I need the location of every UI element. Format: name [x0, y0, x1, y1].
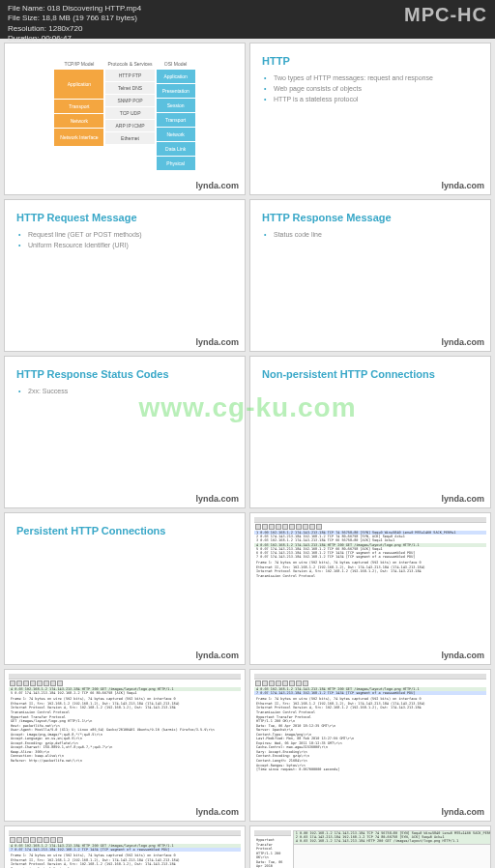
lynda-logo: lynda.com [441, 651, 484, 660]
toolbar-icon[interactable] [16, 680, 22, 686]
toolbar-icon[interactable] [23, 837, 29, 843]
slide-title: HTTP [262, 55, 479, 67]
slide-status-codes[interactable]: HTTP Response Status Codes 2xx: Success … [4, 356, 246, 508]
toolbar-icon[interactable] [262, 680, 268, 686]
toolbar-icon[interactable] [296, 524, 302, 530]
toolbar-icon[interactable] [316, 524, 322, 530]
watermark: www.cg-ku.com [138, 392, 356, 423]
lynda-logo: lynda.com [195, 337, 239, 347]
slide-wireshark-4[interactable]: 4 0.03 192.168.1.2 174.143.213.184 HTTP … [4, 825, 246, 868]
toolbar-icon[interactable] [16, 837, 22, 843]
model-diagram: TCP/IP Model Application Transport Netwo… [16, 59, 233, 170]
toolbar-icon[interactable] [309, 524, 315, 530]
toolbar-icon[interactable] [44, 837, 49, 843]
toolbar-icon[interactable] [30, 837, 36, 843]
slide-wireshark-2[interactable]: 4 0.03 192.168.1.2 174.143.213.184 HTTP … [4, 669, 246, 822]
packet-detail[interactable]: Frame 1: 74 bytes on wire (592 bits), 74… [9, 695, 241, 765]
slide-title: Non-persistent HTTP Connections [262, 368, 479, 380]
toolbar-icon[interactable] [303, 680, 308, 686]
toolbar-icon[interactable] [23, 680, 29, 686]
filename-value: 018 Discovering HTTP.mp4 [47, 4, 141, 13]
toolbar-icon[interactable] [276, 524, 281, 530]
duration-value: 00:06:47 [42, 34, 72, 43]
slide-title: Persistent HTTP Connections [16, 525, 233, 536]
toolbar-icon[interactable] [296, 680, 302, 686]
resolution-value: 1280x720 [48, 24, 82, 33]
lynda-logo: lynda.com [195, 494, 239, 504]
packet-detail[interactable]: Frame 1: 74 bytes on wire (592 bits), 74… [9, 852, 241, 868]
toolbar-icon[interactable] [269, 524, 275, 530]
packet-list[interactable]: 4 0.03 192.168.1.2 174.143.213.184 HTTP … [9, 844, 241, 852]
toolbar-icon[interactable] [37, 680, 43, 686]
packet-detail[interactable]: Hypertext Transfer Protocol HTTP/1.1 200… [254, 836, 291, 868]
wireshark-toolbar [9, 680, 241, 687]
app-title: MPC-HC [404, 4, 487, 26]
slide-persistent[interactable]: Persistent HTTP Connections lynda.com [4, 512, 246, 665]
toolbar-icon[interactable] [57, 680, 63, 686]
packet-list[interactable]: 1 0.00 192.168.1.2 174.143.213.184 TCP 7… [254, 531, 486, 559]
toolbar-icon[interactable] [255, 680, 261, 686]
slide-response[interactable]: HTTP Response Message Status code line l… [249, 199, 491, 352]
slide-request[interactable]: HTTP Request Message Request line (GET o… [4, 199, 246, 352]
lynda-logo: lynda.com [441, 337, 484, 347]
file-info: File Name: 018 Discovering HTTP.mp4 File… [8, 4, 141, 44]
lynda-logo: lynda.com [441, 494, 484, 504]
lynda-logo: lynda.com [441, 807, 484, 817]
filesize-value: 18,8 MB (19 766 817 bytes) [42, 14, 137, 22]
hex-view[interactable] [294, 844, 491, 868]
packet-detail[interactable]: Frame 1: 74 bytes on wire (592 bits), 74… [254, 559, 486, 580]
packet-list[interactable]: 4 0.03 192.168.1.2 174.143.213.184 HTTP … [9, 687, 241, 695]
toolbar-icon[interactable] [282, 524, 288, 530]
packet-detail[interactable]: Frame 1: 74 bytes on wire (592 bits), 74… [254, 695, 486, 773]
wireshark-toolbar [9, 836, 241, 844]
header-bar: File Name: 018 Discovering HTTP.mp4 File… [0, 0, 495, 39]
toolbar-icon[interactable] [10, 837, 15, 843]
lynda-logo: lynda.com [195, 807, 239, 817]
toolbar-icon[interactable] [289, 524, 295, 530]
toolbar-icon[interactable] [44, 680, 49, 686]
packet-list[interactable]: 1 0.00 192.168.1.2 174.143.213.184 TCP 7… [294, 831, 491, 844]
thumbnail-grid: TCP/IP Model Application Transport Netwo… [0, 39, 495, 868]
slide-models[interactable]: TCP/IP Model Application Transport Netwo… [4, 43, 246, 195]
lynda-logo: lynda.com [441, 181, 484, 190]
slide-wireshark-3[interactable]: 4 0.03 192.168.1.2 174.143.213.184 HTTP … [249, 669, 491, 822]
wireshark-toolbar [254, 523, 486, 531]
toolbar-icon[interactable] [10, 680, 15, 686]
slide-wireshark-1[interactable]: 1 0.00 192.168.1.2 174.143.213.184 TCP 7… [249, 512, 491, 665]
toolbar-icon[interactable] [289, 680, 295, 686]
toolbar-icon[interactable] [255, 524, 261, 530]
packet-list[interactable]: 4 0.03 192.168.1.2 174.143.213.184 HTTP … [254, 687, 486, 695]
lynda-logo: lynda.com [195, 651, 239, 660]
toolbar-icon[interactable] [50, 837, 56, 843]
toolbar-icon[interactable] [57, 837, 63, 843]
toolbar-icon[interactable] [269, 680, 275, 686]
toolbar-icon[interactable] [303, 524, 308, 530]
toolbar-icon[interactable] [50, 680, 56, 686]
slide-title: HTTP Request Message [16, 212, 233, 223]
toolbar-icon[interactable] [37, 837, 43, 843]
toolbar-icon[interactable] [30, 680, 36, 686]
lynda-logo: lynda.com [195, 181, 239, 190]
slide-http[interactable]: HTTP Two types of HTTP messages: request… [249, 43, 491, 195]
toolbar-icon[interactable] [276, 680, 281, 686]
toolbar-icon[interactable] [282, 680, 288, 686]
slide-title: HTTP Response Message [262, 212, 479, 223]
slide-wireshark-5[interactable]: Hypertext Transfer Protocol HTTP/1.1 200… [249, 825, 491, 868]
slide-nonpersistent[interactable]: Non-persistent HTTP Connections lynda.co… [249, 356, 491, 508]
slide-title: HTTP Response Status Codes [16, 368, 233, 380]
toolbar-icon[interactable] [262, 524, 268, 530]
wireshark-toolbar [254, 680, 486, 687]
